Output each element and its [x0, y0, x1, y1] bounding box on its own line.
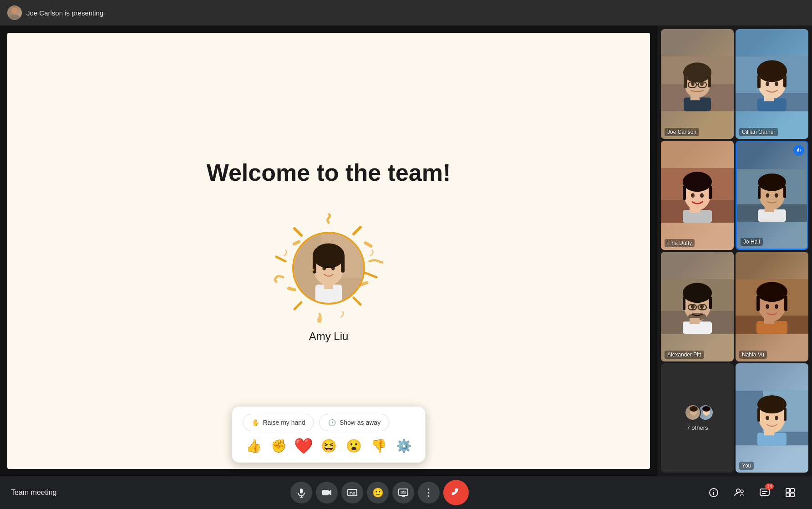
participant-tile-nahla-vu[interactable]: Nahla Vu	[736, 252, 808, 361]
svg-rect-54	[758, 186, 761, 199]
slide-title: Welcome to the team!	[207, 159, 451, 186]
end-call-button[interactable]	[443, 480, 469, 505]
participant-tile-others[interactable]: 7 others	[661, 363, 734, 473]
captions-icon	[347, 488, 357, 498]
svg-rect-102	[764, 429, 774, 435]
emoji-row: 👍 ✊ ❤️ 😆 😮 👎 ⚙️	[243, 437, 415, 455]
laughing-emoji-button[interactable]: 😆	[318, 437, 340, 455]
info-button[interactable]	[703, 482, 725, 504]
presenter-text: Joe Carlson is presenting	[26, 9, 103, 17]
profile-section: Amy Liu	[274, 214, 383, 343]
fist-emoji-button[interactable]: ✊	[268, 437, 289, 455]
reaction-popup: ✋ Raise my hand 🕐 Show as away 👍 ✊ ❤️ 😆 …	[232, 407, 426, 463]
participant-tile-tina-duffy[interactable]: Tina Duffy	[661, 141, 734, 250]
thumbs-up-emoji-button[interactable]: 👍	[243, 437, 264, 455]
svg-rect-39	[764, 95, 774, 101]
participant-tile-you[interactable]: You	[736, 363, 808, 473]
svg-rect-11	[341, 256, 345, 273]
chat-button[interactable]: 14	[754, 482, 776, 504]
participant-name-tina: Tina Duffy	[665, 239, 695, 247]
svg-rect-2	[364, 241, 373, 248]
svg-point-83	[766, 304, 769, 309]
others-avatars	[685, 404, 710, 421]
svg-rect-49	[690, 207, 700, 213]
raise-hand-button[interactable]: ✋ Raise my hand	[243, 414, 314, 431]
svg-point-43	[683, 172, 712, 192]
svg-point-1	[9, 15, 20, 20]
present-button[interactable]	[392, 482, 414, 504]
svg-point-20	[683, 62, 711, 82]
profile-circle	[292, 232, 365, 305]
info-icon	[709, 488, 719, 498]
svg-point-91	[702, 406, 710, 412]
svg-rect-61	[797, 149, 798, 152]
end-call-icon	[450, 487, 462, 499]
svg-rect-55	[783, 186, 786, 198]
surprised-emoji-button[interactable]: 😮	[343, 437, 365, 455]
svg-point-84	[775, 304, 778, 309]
raise-hand-label: Raise my hand	[263, 419, 305, 426]
controls-center: 🙂 ⋮	[290, 480, 469, 505]
settings-emoji-button[interactable]: ⚙️	[393, 437, 415, 455]
svg-rect-122	[786, 489, 790, 492]
svg-point-80	[756, 282, 787, 302]
svg-point-88	[690, 406, 698, 412]
svg-point-96	[757, 395, 787, 413]
svg-point-0	[11, 8, 18, 14]
participant-tile-jo-hall[interactable]: Jo Hall	[736, 141, 808, 250]
svg-point-66	[683, 283, 712, 303]
svg-rect-98	[784, 408, 787, 421]
svg-rect-107	[348, 489, 357, 496]
main-area: Welcome to the team!	[0, 25, 812, 476]
camera-icon	[322, 488, 332, 498]
svg-rect-97	[757, 408, 760, 422]
svg-point-53	[758, 173, 786, 191]
svg-point-116	[713, 490, 714, 491]
participant-name-joe: Joe Carlson	[665, 128, 699, 136]
activities-icon	[785, 488, 795, 498]
reactions-button[interactable]: 🙂	[367, 482, 389, 504]
captions-button[interactable]	[341, 482, 363, 504]
camera-button[interactable]	[316, 482, 338, 504]
more-options-button[interactable]: ⋮	[418, 482, 440, 504]
svg-rect-82	[784, 295, 787, 311]
svg-point-56	[766, 193, 770, 198]
svg-rect-59	[765, 206, 774, 212]
svg-rect-44	[683, 185, 686, 200]
svg-rect-103	[300, 489, 303, 494]
svg-rect-34	[757, 75, 761, 88]
more-options-icon: ⋮	[424, 488, 434, 498]
people-icon	[734, 488, 744, 498]
chat-badge: 14	[765, 484, 774, 489]
svg-point-99	[766, 416, 769, 420]
svg-point-57	[775, 193, 778, 198]
participant-tile-joe-carlson[interactable]: Joe Carlson	[661, 29, 734, 139]
show-as-away-label: Show as away	[340, 419, 381, 426]
participant-name-cillian: Cillian Garner	[739, 128, 778, 136]
bottom-bar: Team meeting	[0, 476, 812, 509]
svg-point-16	[312, 269, 315, 271]
heart-emoji-button[interactable]: ❤️	[291, 435, 316, 457]
participant-tile-alexander-pitt[interactable]: Alexander Pitt	[661, 252, 734, 361]
svg-rect-4	[287, 286, 296, 292]
svg-point-46	[691, 193, 695, 198]
svg-rect-22	[708, 76, 711, 87]
svg-rect-21	[684, 76, 687, 88]
top-bar: Joe Carlson is presenting	[0, 0, 812, 25]
svg-rect-124	[786, 493, 790, 497]
show-as-away-button[interactable]: 🕐 Show as away	[320, 414, 389, 431]
active-speaker-icon	[793, 145, 804, 156]
participant-name-jo: Jo Hall	[741, 238, 763, 246]
svg-rect-81	[756, 295, 760, 311]
svg-rect-106	[322, 490, 329, 495]
activities-button[interactable]	[779, 482, 801, 504]
participant-tile-cillian-garner[interactable]: Cillian Garner	[736, 29, 808, 139]
amy-liu-photo	[294, 233, 363, 304]
svg-rect-76	[690, 318, 700, 324]
mic-button[interactable]	[290, 482, 312, 504]
people-button[interactable]	[728, 482, 750, 504]
participant-name-you: You	[739, 462, 754, 470]
svg-rect-67	[683, 296, 685, 310]
presentation-area: Welcome to the team!	[0, 25, 657, 476]
thumbs-down-emoji-button[interactable]: 👎	[368, 437, 390, 455]
